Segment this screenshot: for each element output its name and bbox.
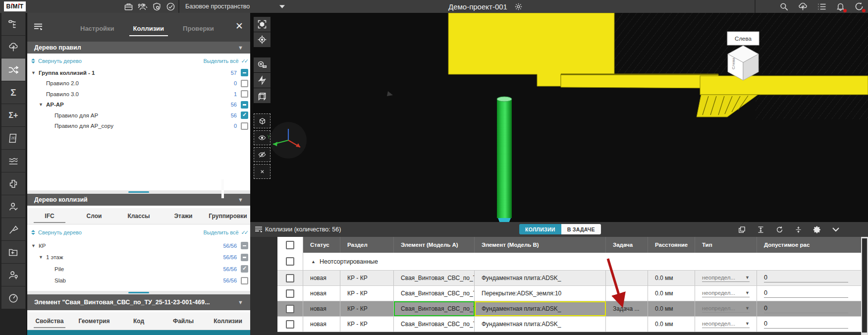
ifc-node-row[interactable]: Pile 56/56 [27,263,250,275]
group-checkbox[interactable] [286,257,294,266]
table-menu-icon[interactable] [254,226,263,233]
row-checkbox[interactable] [286,274,294,282]
panel-splitter[interactable] [27,291,250,294]
section-plane-button[interactable] [254,73,271,88]
grid-group-row[interactable]: ▲ Неотсортированные [277,253,861,271]
projects-briefcase-icon[interactable] [124,2,133,11]
plugins-button[interactable] [1,172,25,195]
rule-checkbox[interactable] [241,122,248,130]
rule-group-row[interactable]: ▼ АР-АР 56 [27,100,250,111]
collision-tree-header[interactable]: Дерево коллизий ▼ [27,194,250,206]
app-logo[interactable]: BiMiT [4,1,26,11]
collisions-button[interactable] [1,58,25,81]
table-scrollbar-thumb[interactable] [862,238,867,333]
col-task[interactable]: Задача [606,237,648,253]
panel-menu-icon[interactable] [33,23,43,31]
table-settings-gear-icon[interactable] [813,225,821,234]
sum-reports-button[interactable]: Σ [1,81,25,104]
close-panel-icon[interactable]: ✕ [234,21,244,31]
unfold-tree-icon[interactable] [31,58,35,63]
sum-add-button[interactable]: Σ+ [1,104,25,126]
model-tree-button[interactable] [1,36,25,58]
sheets-2d-button[interactable]: 2D [1,127,25,149]
allowed-distance-input[interactable]: 0 [764,289,848,298]
node-checkbox[interactable] [241,254,248,261]
col-status[interactable]: Статус [303,237,340,253]
type-dropdown[interactable]: неопредел...▼ [702,321,750,328]
col-section[interactable]: Раздел [340,237,394,253]
col-element-b[interactable]: Элемент (Модель B) [475,237,606,253]
ifc-node-row[interactable]: ▼ 1 этаж 56/56 [27,252,250,264]
element-collapse-caret-icon[interactable]: ▼ [238,299,243,305]
mode-in-task-button[interactable]: В ЗАДАЧЕ [561,224,601,234]
tab-files[interactable]: Файлы [161,314,206,329]
collision-row[interactable]: новая КР - КР Свая_Винтовая_СВС_по_ТУ_ Ф… [277,317,861,332]
charts-button[interactable] [1,150,25,172]
row-checkbox[interactable] [286,305,294,313]
node-checkbox[interactable] [241,265,248,273]
tab-groupings[interactable]: Группировки [206,209,250,223]
construction-trowel-button[interactable] [1,218,25,240]
dashboard-gauge-button[interactable] [1,286,25,309]
panel-splitter[interactable] [27,190,250,194]
notifications-bell-icon[interactable] [836,1,845,11]
select-all-checkbox[interactable] [286,241,294,249]
shield-settings-icon[interactable] [152,2,162,11]
rule-checkbox[interactable] [241,80,248,87]
unfold-tree-icon[interactable] [31,230,35,235]
tab-classes[interactable]: Классы [116,209,161,223]
expand-rows-icon[interactable] [757,225,764,234]
select-all-link[interactable]: Выделить всё [203,229,238,235]
rule-checkbox[interactable] [241,112,248,119]
type-dropdown[interactable]: неопредел...▼ [702,275,750,282]
hide-selection-button[interactable] [254,147,271,162]
clear-selection-button[interactable] [254,164,271,179]
rule-checkbox[interactable] [241,69,248,76]
show-selection-button[interactable] [254,130,271,145]
collision-row[interactable]: новая КР - КР Свая_Винтовая_СВС_по_ТУ_ П… [277,286,861,301]
check-circle-icon[interactable] [166,2,175,11]
collision-row-selected[interactable]: новая КР - КР Свая_Винтовая_СВС_по_ТУ_ Ф… [277,301,861,317]
rules-tree-collapse-caret-icon[interactable]: ▼ [238,45,243,51]
export-folder-button[interactable] [1,241,25,263]
element-section-header[interactable]: Элемент "Свая_Винтовая_СВС_по_ТУ_25-11-2… [27,294,250,310]
tab-collisions[interactable]: Коллизии [132,15,165,40]
caret-down-icon[interactable]: ▼ [39,102,44,107]
allowed-distance-input[interactable]: 0 [764,305,848,313]
col-distance[interactable]: Расстояние [648,237,695,253]
node-checkbox[interactable] [241,277,248,284]
ifc-node-row[interactable]: ▼ КР 56/56 [27,240,250,252]
refresh-icon[interactable] [775,225,784,234]
node-checkbox[interactable] [241,242,248,249]
mode-collisions-button[interactable]: КОЛЛИЗИИ [519,224,561,234]
table-scrollbar[interactable] [861,237,868,335]
allowed-distance-input[interactable]: 0 [764,320,848,329]
collapse-tree-link[interactable]: Свернуть дерево [38,229,82,235]
type-dropdown[interactable]: неопредел...▼ [702,290,750,297]
project-settings-gear-icon[interactable] [514,2,523,11]
rule-row[interactable]: Правило для АР_copy 0 [27,121,250,132]
rule-row[interactable]: Правило 2.0 0 [27,78,250,89]
locate-target-button[interactable] [254,32,271,47]
rule-checkbox[interactable] [241,101,248,109]
isolate-selection-button[interactable] [254,113,271,128]
section-box-button[interactable] [254,88,271,103]
rule-row[interactable]: Правило для АР 56 [27,110,250,121]
type-dropdown[interactable]: неопредел...▼ [702,305,750,313]
caret-down-icon[interactable]: ▼ [31,243,36,248]
search-icon[interactable] [779,2,789,11]
workspace-selector[interactable]: Базовое пространство [185,0,285,13]
copy-icon[interactable] [738,225,746,234]
rule-checkbox[interactable] [241,90,248,98]
caret-down-icon[interactable]: ▼ [31,70,36,75]
user-location-button[interactable] [1,264,25,286]
model-tree-icon[interactable] [798,1,808,11]
history-sync-icon[interactable] [854,1,864,11]
ifc-node-row[interactable]: Slab 56/56 [27,275,250,287]
panel-chevron-down-icon[interactable] [832,227,839,232]
group-collapse-triangle-icon[interactable]: ▲ [311,259,316,264]
collision-tree-collapse-caret-icon[interactable]: ▼ [238,197,243,203]
user-approve-button[interactable] [1,195,25,218]
row-checkbox[interactable] [286,289,294,298]
tab-floors[interactable]: Этажи [161,209,206,223]
